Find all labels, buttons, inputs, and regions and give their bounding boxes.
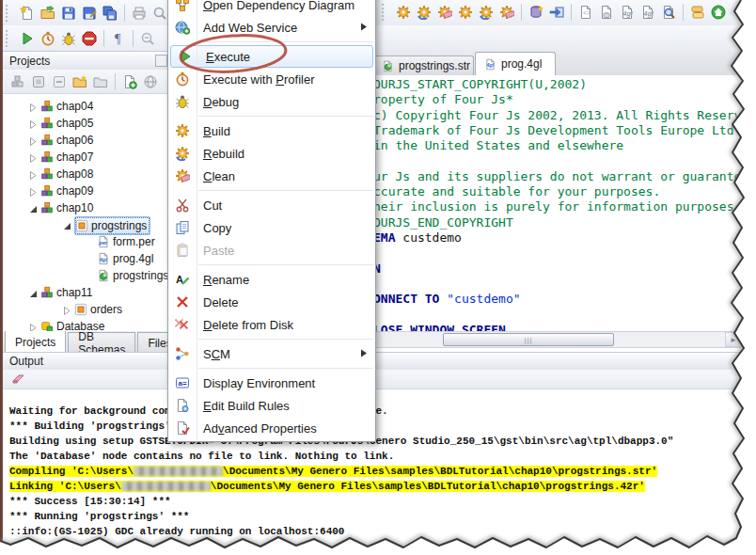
tree-collapsed-icon[interactable] (63, 305, 72, 314)
tree-item-chap09[interactable]: chap09 (40, 182, 96, 199)
menu-item-add-web-service[interactable]: Add Web Service (168, 16, 375, 39)
gray-cubes-icon (10, 74, 25, 89)
menu-item-edit-build-rules[interactable]: Edit Build Rules (168, 394, 375, 417)
menu-item-build[interactable]: Build (168, 119, 375, 142)
tree-collapsed-icon[interactable] (29, 152, 39, 162)
toolbar-grip (6, 30, 12, 47)
menu-item-cut[interactable]: Cut (168, 194, 375, 216)
clean-button[interactable] (434, 2, 455, 23)
tree-item-database[interactable]: Database (40, 318, 107, 331)
save-all-button[interactable] (100, 3, 120, 24)
tree-item-progstrings-str[interactable]: progstrings.str (97, 267, 167, 284)
pilcrow-button[interactable]: ¶ (108, 28, 129, 49)
build-all-button[interactable] (455, 2, 476, 23)
clean-all-button[interactable] (496, 2, 517, 23)
tree-collapsed-icon[interactable] (29, 135, 39, 145)
import-button[interactable] (546, 2, 567, 23)
scrollbar-thumb[interactable]: ||| (443, 333, 614, 346)
scroll-right-arrow-icon[interactable]: ► (725, 332, 742, 347)
toolbar-separator (133, 30, 134, 47)
code-file-gray-button[interactable]: <> (575, 2, 596, 23)
execute-button[interactable] (17, 28, 38, 49)
new-file-button[interactable] (17, 3, 38, 24)
build-button[interactable] (393, 2, 414, 23)
new-db-button[interactable] (526, 2, 546, 23)
menu-item-execute[interactable]: Execute (170, 45, 373, 68)
cut-icon (175, 198, 190, 213)
menu-item-clean[interactable]: Clean (168, 165, 375, 187)
save-as-button[interactable] (79, 3, 100, 24)
gray-box2-button[interactable] (49, 71, 70, 92)
panel-tab-db-schemas[interactable]: DB Schemas (68, 332, 135, 353)
tree-collapsed-icon[interactable] (29, 186, 39, 196)
editor-tab-prog-4gl[interactable]: 4glprog.4gl (475, 52, 556, 75)
tree-item-chap08[interactable]: chap08 (40, 166, 96, 182)
tree-item-chap04[interactable]: chap04 (40, 98, 96, 115)
tree-item-progstrings[interactable]: progstrings (74, 216, 150, 235)
tree-item-form-per[interactable]: perform.per (97, 233, 158, 250)
menu-item-rebuild[interactable]: Rebuild (168, 142, 375, 165)
menu-item-display-environment[interactable]: a=Display Environment (168, 372, 375, 394)
menu-item-advanced-properties[interactable]: Advanced Properties (168, 417, 375, 439)
print-button[interactable] (129, 3, 150, 24)
tree-collapsed-icon[interactable] (29, 169, 39, 179)
tree-item-orders[interactable]: orders (74, 301, 125, 318)
tree-item-chap10[interactable]: chap10 (40, 199, 96, 216)
panel-tab-files[interactable]: Files (137, 332, 167, 353)
menu-item-label: Build (197, 124, 375, 138)
home-button[interactable] (708, 2, 729, 23)
gray-cubes-button[interactable] (8, 71, 28, 92)
tree-item-chap07[interactable]: chap07 (40, 149, 96, 166)
profiler-button[interactable] (38, 28, 58, 49)
gray-box-button[interactable] (28, 71, 49, 92)
menu-item-execute-with-profiler[interactable]: Execute with Profiler (168, 68, 375, 90)
menu-item-rename[interactable]: ARename (168, 268, 375, 291)
tree-item-chap11[interactable]: chap11 (40, 284, 95, 301)
menu-item-delete[interactable]: Delete (168, 291, 375, 313)
tree-item-chap06[interactable]: chap06 (40, 132, 96, 149)
menu-item-scm[interactable]: SCM (168, 342, 375, 365)
gray-folder-button[interactable] (90, 71, 111, 92)
zoom-out-button[interactable] (137, 28, 158, 49)
db-file-gray-button[interactable] (596, 2, 617, 23)
svg-text:<>: <> (583, 9, 591, 16)
editor-tab-progstrings-str[interactable]: progstrings.str (372, 56, 474, 75)
build-rules-icon (175, 398, 190, 413)
tree-expanded-icon[interactable] (63, 220, 72, 230)
stop-button[interactable] (79, 28, 100, 49)
panel-menu-icon[interactable] (155, 55, 167, 67)
rebuild-all-button[interactable] (476, 2, 496, 23)
tree-item-prog-4gl[interactable]: 4glprog.4gl (97, 250, 156, 267)
projects-tree: chap04chap05chap06chap07chap08chap09chap… (3, 94, 167, 331)
tree-collapsed-icon[interactable] (29, 102, 39, 111)
add-file-button[interactable] (119, 71, 140, 92)
gray-globe-button[interactable] (140, 71, 161, 92)
eraser-button[interactable] (8, 369, 29, 389)
fgl-file-gray-icon: 4gl (640, 5, 655, 20)
menu-item-copy[interactable]: Copy (168, 216, 375, 239)
new-folder-button[interactable] (70, 71, 90, 92)
gray-box2-icon (52, 74, 67, 89)
rebuild-button[interactable] (414, 2, 434, 23)
open-button[interactable] (38, 3, 58, 24)
panel-tab-projects[interactable]: Projects (5, 331, 66, 353)
output-console[interactable]: Waiting for background compilation opera… (9, 389, 756, 540)
tree-collapsed-icon[interactable] (29, 119, 39, 128)
web-service-icon (175, 20, 190, 35)
menu-item-open-dependency-diagram[interactable]: Open Dependency Diagram (168, 0, 375, 16)
debug-button[interactable] (58, 28, 79, 49)
menu-item-debug[interactable]: Debug (168, 90, 375, 113)
tree-expanded-icon[interactable] (29, 203, 39, 213)
search-doc-button[interactable] (658, 2, 679, 23)
folders-button[interactable] (687, 2, 708, 23)
tree-item-label: orders (87, 303, 125, 316)
editor-code[interactable]: OURJS_START_COPYRIGHT(U,2002) roperty of… (373, 77, 756, 338)
save-button[interactable] (58, 3, 79, 24)
tree-collapsed-icon[interactable] (29, 322, 39, 331)
fgl-file-gray-button[interactable]: 4gl (638, 2, 658, 23)
menu-item-delete-from-disk[interactable]: Delete from Disk (168, 313, 375, 336)
execute-icon (20, 31, 35, 46)
tree-item-chap05[interactable]: chap05 (40, 115, 96, 132)
fgl-file-gray-button[interactable]: 4gl (617, 2, 638, 23)
tree-expanded-icon[interactable] (29, 288, 39, 297)
